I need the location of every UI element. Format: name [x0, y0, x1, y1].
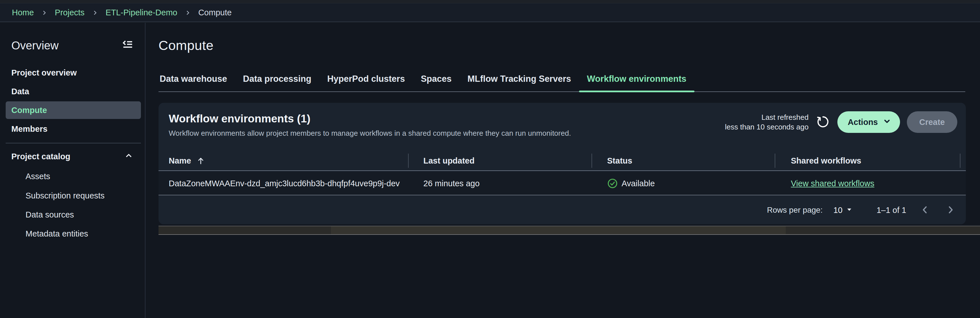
sidebar-item-compute[interactable]: Compute	[11, 101, 47, 120]
sidebar-item-subscription-requests[interactable]: Subscription requests	[25, 187, 105, 205]
panel-title: Workflow environments (1)	[169, 112, 310, 125]
cell-status: Available	[592, 171, 775, 195]
column-label: Last updated	[423, 156, 474, 166]
status-text: Available	[622, 179, 655, 188]
sidebar-item-project-overview[interactable]: Project overview	[11, 63, 77, 82]
actions-button-label: Actions	[848, 118, 878, 127]
cell-shared-workflows: View shared workflows	[775, 171, 961, 195]
column-label: Shared workflows	[791, 156, 861, 166]
breadcrumb: Home Projects ETL-Pipeline-Demo Compute	[0, 4, 980, 22]
column-header-last-updated[interactable]: Last updated	[409, 150, 592, 171]
chevron-right-icon	[41, 10, 47, 16]
last-refreshed-text: Last refreshed less than 10 seconds ago	[725, 112, 809, 132]
sidebar-section-label: Project catalog	[11, 152, 70, 161]
cell-last-updated: 26 minutes ago	[409, 171, 592, 195]
sidebar-divider	[6, 143, 141, 143]
tab-bar: Data warehouse Data processing HyperPod …	[159, 73, 965, 92]
sidebar-item-data[interactable]: Data	[11, 82, 29, 101]
table-footer: Rows per page: 10 1–1 of 1	[159, 196, 966, 224]
last-refreshed-line2: less than 10 seconds ago	[725, 122, 809, 132]
tab-data-warehouse[interactable]: Data warehouse	[159, 74, 235, 91]
next-page-button[interactable]	[944, 203, 957, 217]
sidebar-item-members[interactable]: Members	[11, 120, 47, 138]
column-header-name[interactable]: Name	[159, 150, 409, 171]
pagination-range: 1–1 of 1	[877, 206, 906, 215]
table-row[interactable]: DataZoneMWAAEnv-dzd_amjc3lucd6hb3b-dhqfp…	[159, 171, 966, 195]
chevron-down-icon	[883, 117, 891, 128]
chevron-right-icon	[945, 205, 956, 216]
sort-ascending-icon	[196, 156, 205, 165]
chevron-right-icon	[185, 10, 191, 16]
column-label: Status	[607, 156, 632, 166]
sidebar-section-project-catalog[interactable]: Project catalog	[11, 147, 134, 166]
collapse-panel-icon	[121, 38, 134, 53]
sidebar-header: Overview	[11, 37, 135, 53]
panel-description: Workflow environments allow project memb…	[169, 129, 571, 138]
refresh-icon	[816, 115, 830, 130]
sidebar-item-label: Data sources	[25, 210, 74, 219]
breadcrumb-home[interactable]: Home	[12, 8, 34, 17]
rows-per-page-select[interactable]: 10	[834, 206, 853, 215]
chevron-right-icon	[92, 10, 98, 16]
panel-controls: Last refreshed less than 10 seconds ago …	[725, 111, 958, 133]
breadcrumb-current-page: Compute	[198, 8, 232, 17]
status-success-icon	[607, 178, 618, 189]
sidebar-item-label: Compute	[11, 105, 47, 115]
sidebar-item-label: Data	[11, 87, 29, 96]
caret-down-icon	[846, 206, 853, 214]
create-button[interactable]: Create	[907, 111, 957, 133]
sidebar-item-label: Members	[11, 125, 47, 134]
create-button-label: Create	[919, 118, 945, 127]
app-window: Home Projects ETL-Pipeline-Demo Compute …	[0, 0, 980, 318]
tab-mlflow-tracking-servers[interactable]: MLflow Tracking Servers	[460, 74, 579, 91]
column-label: Name	[169, 156, 191, 166]
sidebar-item-data-sources[interactable]: Data sources	[25, 206, 74, 224]
column-header-shared-workflows[interactable]: Shared workflows	[775, 150, 961, 171]
breadcrumb-projects[interactable]: Projects	[55, 8, 84, 17]
rows-per-page-value: 10	[834, 206, 842, 215]
sidebar-item-label: Assets	[25, 172, 50, 181]
main-content: Compute Data warehouse Data processing H…	[146, 23, 980, 318]
sidebar-item-label: Subscription requests	[25, 191, 105, 200]
page-title: Compute	[159, 37, 213, 53]
tab-workflow-environments[interactable]: Workflow environments	[579, 74, 694, 91]
horizontal-scrollbar-thumb[interactable]	[331, 226, 786, 234]
sidebar: Overview Project overview Data Compute	[0, 23, 145, 318]
breadcrumb-project-name[interactable]: ETL-Pipeline-Demo	[105, 8, 177, 17]
chevron-up-icon	[124, 151, 134, 162]
top-strip	[0, 0, 980, 3]
sidebar-item-label: Project overview	[11, 68, 77, 78]
sidebar-item-assets[interactable]: Assets	[25, 167, 50, 185]
previous-page-button[interactable]	[918, 203, 932, 217]
collapse-sidebar-button[interactable]	[120, 38, 135, 53]
column-header-status[interactable]: Status	[592, 150, 775, 171]
workflow-environments-panel: Workflow environments (1) Workflow envir…	[159, 103, 966, 224]
cell-name: DataZoneMWAAEnv-dzd_amjc3lucd6hb3b-dhqfp…	[159, 171, 409, 195]
sidebar-title: Overview	[11, 39, 59, 52]
view-shared-workflows-link[interactable]: View shared workflows	[791, 179, 874, 188]
table-header: Name Last updated Status Shared workflow…	[159, 150, 966, 171]
tab-data-processing[interactable]: Data processing	[235, 74, 319, 91]
tab-spaces[interactable]: Spaces	[413, 74, 460, 91]
last-refreshed-line1: Last refreshed	[725, 112, 809, 122]
chevron-left-icon	[920, 205, 931, 216]
sidebar-item-metadata-entities[interactable]: Metadata entities	[25, 225, 88, 243]
actions-button[interactable]: Actions	[837, 111, 900, 133]
sidebar-item-label: Metadata entities	[25, 229, 88, 238]
rows-per-page-label: Rows per page:	[767, 206, 822, 215]
horizontal-scrollbar[interactable]	[159, 226, 980, 235]
refresh-button[interactable]	[815, 114, 830, 130]
tab-hyperpod-clusters[interactable]: HyperPod clusters	[319, 74, 413, 91]
